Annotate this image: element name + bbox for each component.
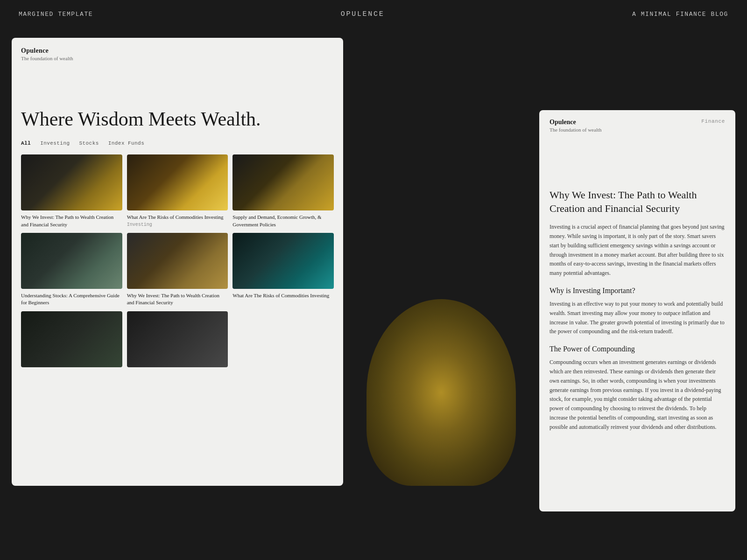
top-nav: MARGINED TEMPLATE OPULENCE A MINIMAL FIN… [0, 0, 747, 28]
article-image [127, 233, 228, 289]
article-image [233, 154, 334, 210]
detail-section1-title: Why is Investing Important? [550, 287, 725, 295]
article-detail-card: Opulence The foundation of wealth Financ… [539, 110, 735, 511]
filter-index-funds[interactable]: Index Funds [108, 140, 144, 146]
article-image [127, 311, 228, 367]
article-item[interactable]: What Are The Risks of Commodities Invest… [233, 233, 334, 307]
article-image [127, 154, 228, 210]
article-item[interactable]: Supply and Demand, Economic Growth, & Go… [233, 154, 334, 228]
article-title: What Are The Risks of Commodities Invest… [233, 292, 334, 299]
article-title: Understanding Stocks: A Comprehensive Gu… [21, 292, 122, 307]
article-title: What Are The Risks of Commodities Invest… [127, 214, 228, 221]
filter-stocks[interactable]: Stocks [79, 140, 99, 146]
article-item[interactable]: Why We Invest: The Path to Wealth Creati… [127, 233, 228, 307]
detail-intro: Investing is a crucial aspect of financi… [550, 223, 725, 278]
blog-hero-title: Where Wisdom Meets Wealth. [21, 108, 334, 130]
detail-section2-title: The Power of Compounding [550, 345, 725, 353]
article-grid: Why We Invest: The Path to Wealth Creati… [21, 154, 334, 371]
article-title: Why We Invest: The Path to Wealth Creati… [127, 292, 228, 307]
nav-brand-left[interactable]: MARGINED TEMPLATE [19, 11, 93, 18]
detail-card-header: Opulence The foundation of wealth Financ… [550, 119, 725, 133]
article-image [21, 154, 122, 210]
detail-brand: Opulence [550, 119, 602, 126]
detail-article-title: Why We Invest: The Path to Wealth Creati… [550, 189, 725, 215]
middle-section [343, 38, 539, 486]
article-item[interactable]: Why We Invest: The Path to Wealth Creati… [21, 154, 122, 228]
gold-sculpture [366, 299, 516, 486]
blog-tagline: The foundation of wealth [21, 56, 334, 61]
article-tag: Investing [127, 222, 228, 227]
detail-section1-body: Investing is an effective way to put you… [550, 300, 725, 336]
blog-brand: Opulence [21, 47, 334, 55]
blog-header: Opulence The foundation of wealth [21, 47, 334, 61]
detail-category: Finance [701, 119, 725, 124]
main-content: Opulence The foundation of wealth Where … [0, 28, 747, 525]
article-image [21, 311, 122, 367]
blog-listing-card: Opulence The foundation of wealth Where … [12, 38, 343, 486]
nav-subtitle-right: A MINIMAL FINANCE BLOG [632, 11, 728, 18]
filter-tabs: All Investing Stocks Index Funds [21, 140, 334, 146]
article-item[interactable] [21, 311, 122, 371]
article-image [233, 233, 334, 289]
filter-investing[interactable]: Investing [40, 140, 70, 146]
detail-section2-body: Compounding occurs when an investment ge… [550, 358, 725, 432]
article-item[interactable]: Understanding Stocks: A Comprehensive Gu… [21, 233, 122, 307]
article-title: Supply and Demand, Economic Growth, & Go… [233, 214, 334, 228]
article-image [21, 233, 122, 289]
article-title: Why We Invest: The Path to Wealth Creati… [21, 214, 122, 228]
nav-title-center[interactable]: OPULENCE [341, 10, 385, 18]
filter-all[interactable]: All [21, 140, 31, 146]
article-item[interactable] [127, 311, 228, 371]
detail-brand-block: Opulence The foundation of wealth [550, 119, 602, 133]
detail-tagline: The foundation of wealth [550, 127, 602, 133]
article-item[interactable]: What Are The Risks of Commodities Invest… [127, 154, 228, 228]
